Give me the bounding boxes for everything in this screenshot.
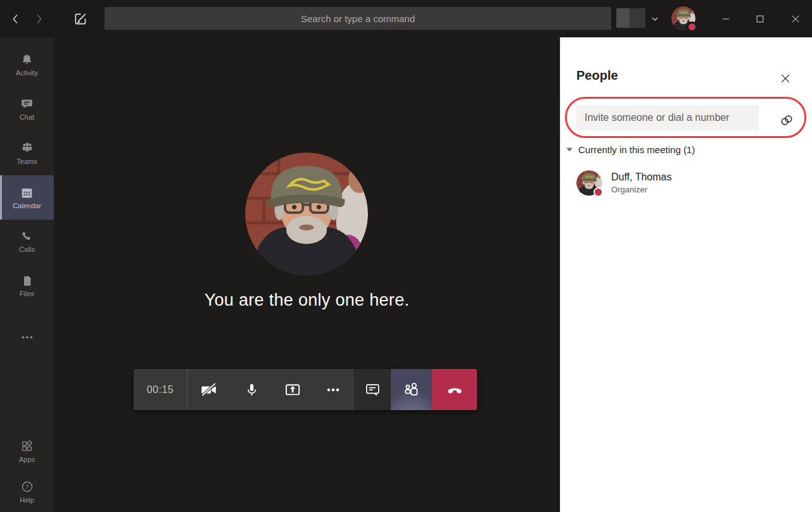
sidebar-item-label: Apps: [19, 456, 35, 463]
sidebar-more-apps-button[interactable]: [0, 325, 54, 350]
hang-up-icon: [446, 381, 464, 399]
call-timer: 00:15: [134, 369, 187, 410]
sidebar-item-chat[interactable]: Chat: [0, 87, 54, 131]
help-icon: ?: [20, 480, 34, 494]
forward-button[interactable]: [29, 9, 48, 28]
compose-icon: [72, 11, 89, 27]
sidebar-spacer: [0, 350, 54, 431]
window-close-button[interactable]: [782, 0, 809, 37]
participant-row[interactable]: Duff, Thomas Organizer: [576, 169, 804, 197]
sidebar-item-label: Files: [20, 290, 34, 297]
maximize-icon: [754, 13, 766, 25]
people-panel: People Currently in this meeting (1) Duf…: [560, 37, 812, 512]
file-icon: [21, 275, 34, 287]
presence-busy-dot: [687, 22, 697, 32]
minimize-button[interactable]: [712, 0, 740, 37]
chat-bubble-icon: [364, 382, 381, 398]
stage-message: You are the only one here.: [54, 290, 560, 310]
meeting-chat-button[interactable]: [354, 369, 391, 410]
lone-participant-avatar: [245, 153, 368, 275]
show-participants-button[interactable]: [391, 369, 432, 410]
panel-title: People: [576, 68, 618, 83]
sidebar-item-help[interactable]: ? Help: [0, 471, 54, 512]
chat-icon: [20, 97, 34, 111]
copy-join-link-button[interactable]: [778, 111, 796, 129]
link-icon: [778, 112, 795, 128]
section-header-label: Currently in this meeting (1): [578, 144, 695, 155]
people-roster-icon: [403, 381, 420, 398]
panel-close-button[interactable]: [777, 70, 794, 87]
apps-grid-icon: [20, 439, 34, 453]
camera-toggle-button[interactable]: [187, 369, 230, 410]
chevron-down-icon: [650, 14, 660, 24]
sidebar-item-label: Calls: [19, 246, 34, 253]
close-icon: [779, 72, 792, 85]
microphone-toggle-button[interactable]: [230, 369, 272, 410]
sidebar-item-label: Calendar: [13, 202, 41, 209]
maximize-button[interactable]: [746, 0, 774, 37]
ellipsis-icon: [20, 330, 34, 344]
svg-text:?: ?: [25, 483, 29, 490]
titlebar: [0, 0, 812, 37]
sidebar-item-label: Teams: [16, 158, 37, 165]
meeting-section-toggle[interactable]: Currently in this meeting (1): [566, 144, 695, 155]
triangle-down-icon: [566, 147, 573, 152]
bell-icon: [20, 53, 34, 66]
presence-busy-dot: [593, 187, 603, 197]
call-control-bar: 00:15: [134, 369, 477, 410]
participant-name: Duff, Thomas: [611, 172, 671, 183]
microphone-icon: [243, 382, 260, 398]
sidebar-item-apps[interactable]: Apps: [0, 431, 54, 471]
participant-avatar: [576, 170, 602, 196]
participant-role: Organizer: [611, 185, 671, 194]
chevron-left-icon: [9, 12, 23, 26]
teams-meeting-window: Activity Chat Teams Calendar Calls Files: [0, 0, 812, 512]
close-icon: [790, 13, 801, 25]
sidebar-item-calls[interactable]: Calls: [0, 220, 54, 264]
compose-button[interactable]: [70, 8, 91, 30]
more-actions-button[interactable]: [312, 369, 354, 410]
calendar-icon: [20, 186, 34, 199]
sidebar-item-activity[interactable]: Activity: [0, 42, 54, 87]
participant-text: Duff, Thomas Organizer: [611, 172, 671, 194]
hang-up-button[interactable]: [432, 369, 477, 410]
share-screen-icon: [284, 381, 301, 398]
sidebar-item-label: Chat: [20, 113, 34, 121]
minimize-icon: [720, 13, 732, 25]
chevron-right-icon: [32, 12, 46, 26]
meeting-stage: You are the only one here. 00:15: [54, 37, 560, 512]
ellipsis-icon: [325, 382, 341, 398]
sidebar-item-label: Help: [20, 496, 34, 504]
sidebar-item-label: Activity: [16, 69, 38, 77]
tenant-switcher-button[interactable]: [647, 11, 663, 27]
app-sidebar: Activity Chat Teams Calendar Calls Files: [0, 37, 54, 512]
sidebar-item-files[interactable]: Files: [0, 264, 54, 308]
sidebar-item-calendar[interactable]: Calendar: [0, 175, 54, 220]
back-button[interactable]: [6, 9, 25, 28]
tenant-logo: [616, 8, 645, 28]
share-screen-button[interactable]: [272, 369, 312, 410]
invite-input[interactable]: [576, 105, 759, 130]
camera-off-icon: [200, 381, 217, 398]
profile-avatar[interactable]: [671, 6, 695, 30]
sidebar-item-teams[interactable]: Teams: [0, 131, 54, 175]
search-input[interactable]: [105, 7, 611, 30]
teams-people-icon: [20, 141, 34, 155]
phone-icon: [21, 230, 34, 243]
